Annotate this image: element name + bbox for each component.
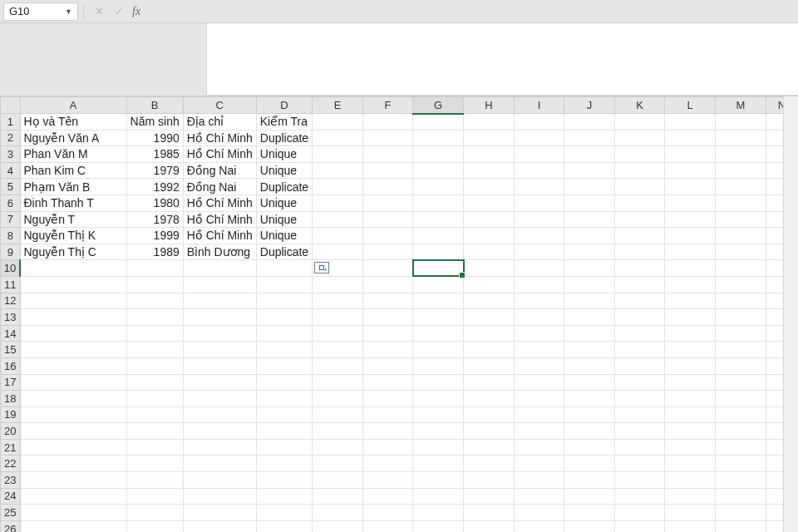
cell-E22[interactable]: [313, 456, 363, 472]
cell-J6[interactable]: [564, 195, 615, 211]
cell-D25[interactable]: [256, 505, 312, 521]
column-header-K[interactable]: K: [614, 97, 665, 114]
cell-C3[interactable]: Hồ Chí Minh: [183, 146, 256, 163]
cell-L16[interactable]: [665, 357, 716, 374]
cell-D9[interactable]: Duplicate: [256, 244, 312, 260]
cell-I16[interactable]: [514, 357, 564, 374]
row-header-19[interactable]: 19: [1, 406, 21, 423]
cell-M8[interactable]: [715, 228, 766, 244]
cell-C4[interactable]: Đồng Nai: [183, 162, 256, 179]
cell-D10[interactable]: [256, 260, 312, 277]
cell-G16[interactable]: [413, 357, 464, 374]
cell-L5[interactable]: [665, 179, 716, 195]
name-box-dropdown-icon[interactable]: ▼: [65, 7, 72, 16]
cell-L18[interactable]: [665, 391, 716, 407]
cell-H19[interactable]: [464, 406, 515, 423]
column-header-C[interactable]: C: [183, 97, 256, 114]
row-header-25[interactable]: 25: [1, 505, 21, 521]
cell-E14[interactable]: [313, 325, 363, 342]
cell-I26[interactable]: [514, 520, 564, 532]
row-header-6[interactable]: 6: [1, 195, 21, 211]
cell-B21[interactable]: [126, 439, 183, 456]
column-header-H[interactable]: H: [464, 97, 515, 114]
cell-J1[interactable]: [564, 114, 615, 131]
cell-M2[interactable]: [715, 130, 766, 146]
cell-G25[interactable]: [413, 505, 464, 521]
cell-H18[interactable]: [464, 391, 515, 407]
cell-M5[interactable]: [715, 179, 766, 195]
cell-C10[interactable]: [183, 260, 256, 277]
cell-J13[interactable]: [564, 309, 615, 326]
cell-A18[interactable]: [20, 391, 126, 407]
cell-B6[interactable]: 1980: [126, 195, 183, 211]
cell-L9[interactable]: [665, 244, 716, 260]
cell-M26[interactable]: [715, 520, 766, 532]
cell-J26[interactable]: [564, 520, 615, 532]
cell-G26[interactable]: [413, 520, 464, 532]
cell-F12[interactable]: [362, 293, 413, 309]
cell-F1[interactable]: [362, 114, 413, 131]
cell-F16[interactable]: [362, 357, 413, 374]
cell-B25[interactable]: [126, 505, 183, 521]
cell-I21[interactable]: [514, 439, 564, 456]
cell-A19[interactable]: [20, 406, 126, 423]
cell-M7[interactable]: [715, 211, 766, 228]
cell-L11[interactable]: [665, 276, 716, 293]
cell-D12[interactable]: [256, 293, 312, 309]
cell-G17[interactable]: [413, 374, 464, 391]
cell-G6[interactable]: [413, 195, 464, 211]
cell-J10[interactable]: [564, 260, 615, 277]
cell-A15[interactable]: [20, 342, 126, 358]
cell-L17[interactable]: [665, 374, 716, 391]
cell-M10[interactable]: [715, 260, 766, 277]
cell-G24[interactable]: [413, 488, 464, 505]
cell-I2[interactable]: [514, 130, 564, 146]
cell-M25[interactable]: [715, 505, 766, 521]
cell-A5[interactable]: Phạm Văn B: [20, 179, 126, 195]
cell-K9[interactable]: [614, 244, 665, 260]
cell-K26[interactable]: [614, 520, 665, 532]
cell-A20[interactable]: [20, 423, 126, 440]
row-header-23[interactable]: 23: [1, 472, 21, 489]
cell-F15[interactable]: [362, 342, 413, 358]
row-header-13[interactable]: 13: [1, 309, 21, 326]
cell-A3[interactable]: Phan Văn M: [20, 146, 126, 163]
cell-F11[interactable]: [362, 276, 413, 293]
cell-J21[interactable]: [564, 439, 615, 456]
cell-J8[interactable]: [564, 228, 615, 244]
cell-H26[interactable]: [464, 520, 515, 532]
cell-K5[interactable]: [614, 179, 665, 195]
row-header-12[interactable]: 12: [1, 293, 21, 309]
cell-C6[interactable]: Hồ Chí Minh: [183, 195, 256, 211]
cell-H25[interactable]: [464, 505, 515, 521]
cell-H20[interactable]: [464, 423, 515, 440]
cell-G3[interactable]: [413, 146, 464, 163]
column-header-I[interactable]: I: [514, 97, 564, 114]
cell-D15[interactable]: [256, 342, 312, 358]
cell-D16[interactable]: [256, 357, 312, 374]
cell-F3[interactable]: [362, 146, 413, 163]
cell-G1[interactable]: [413, 114, 464, 131]
row-header-17[interactable]: 17: [1, 374, 21, 391]
cell-H2[interactable]: [464, 130, 515, 146]
cell-G8[interactable]: [413, 228, 464, 244]
cell-H4[interactable]: [464, 162, 515, 179]
cell-A2[interactable]: Nguyễn Văn A: [20, 130, 126, 146]
cell-F9[interactable]: [362, 244, 413, 260]
cell-E9[interactable]: [313, 244, 363, 260]
vertical-scrollbar[interactable]: [783, 96, 798, 532]
cell-H14[interactable]: [464, 325, 515, 342]
cell-L12[interactable]: [665, 293, 716, 309]
cell-L22[interactable]: [665, 456, 716, 472]
cell-I3[interactable]: [514, 146, 564, 163]
cell-A21[interactable]: [20, 439, 126, 456]
cell-M14[interactable]: [715, 325, 766, 342]
cell-F17[interactable]: [362, 374, 413, 391]
cell-D26[interactable]: [256, 520, 312, 532]
cell-A1[interactable]: Họ và Tên: [20, 114, 126, 131]
cell-H15[interactable]: [464, 342, 515, 358]
cell-D8[interactable]: Unique: [256, 228, 312, 244]
cell-D23[interactable]: [256, 472, 312, 489]
cell-H11[interactable]: [464, 276, 515, 293]
row-header-5[interactable]: 5: [1, 179, 21, 195]
